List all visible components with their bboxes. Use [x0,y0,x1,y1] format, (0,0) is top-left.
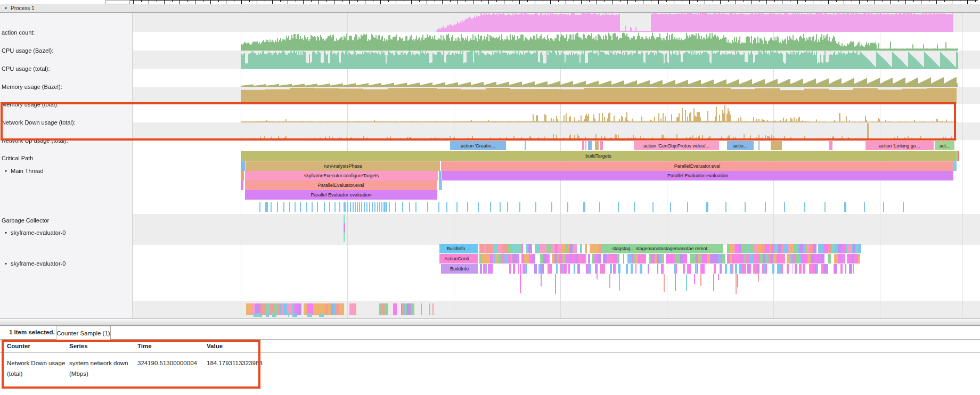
col-header-time[interactable]: Time [137,343,152,349]
sidebar-track-label-3[interactable]: Memory usage (Bazel): [2,84,62,90]
evaluator-slice[interactable] [749,254,753,264]
evaluator-slice[interactable] [725,264,727,274]
evaluator-slice[interactable] [512,244,516,253]
main-thread-slice[interactable] [439,171,442,180]
evaluator-slice[interactable] [525,264,527,274]
evaluator-slice[interactable] [782,254,785,264]
evaluator-slice[interactable] [838,254,842,264]
evaluator-drip[interactable] [686,274,687,291]
gc-tick[interactable] [599,202,600,212]
evaluator-slice[interactable] [588,254,590,264]
cpu-heavy-slice[interactable] [411,303,414,315]
evaluator-slice[interactable] [799,244,803,253]
evaluator-slice[interactable] [858,254,860,264]
gc-tick[interactable] [381,202,382,212]
gc-tick[interactable] [467,202,468,212]
counter-track-network-up-usage[interactable] [133,122,980,140]
evaluator-slice[interactable] [556,264,558,274]
critical-path-slice[interactable] [595,141,599,150]
main-thread-slice[interactable] [439,180,442,190]
evaluator-slice[interactable] [564,264,567,274]
critical-path-slice[interactable] [600,141,603,150]
gc-tick[interactable] [427,202,428,212]
gc-tick[interactable] [438,202,439,212]
evaluator-slice[interactable] [835,264,837,274]
critical-path-slice[interactable] [582,141,584,150]
evaluator-slice[interactable] [765,264,767,274]
critical-path-slice[interactable] [758,141,760,150]
cpu-heavy-slice[interactable] [288,314,289,317]
evaluator-drip[interactable] [609,274,610,288]
panel-splitter[interactable] [0,318,980,326]
gc-tick[interactable] [652,202,654,212]
evaluator-slice[interactable] [828,254,831,264]
counter-track-action-count[interactable] [133,13,980,32]
evaluator-slice[interactable] [568,264,570,274]
evaluator-slice[interactable] [657,264,658,274]
counter-track-cpu-usage-total[interactable] [133,51,980,69]
evaluator-slice[interactable] [508,244,512,253]
main-thread-slice[interactable] [958,151,959,161]
evaluator-drip[interactable] [758,274,759,282]
critical-path-slice[interactable] [829,141,832,150]
main-thread-slice[interactable]: skyframeExecutor.configureTargets [245,171,438,180]
evaluator-slice[interactable] [623,254,624,264]
evaluator-slice[interactable] [613,264,616,274]
tab-counter-sample[interactable]: Counter Sample (1) [56,326,111,340]
critical-path-slice[interactable]: action 'GenObjcProtos video/... [634,141,719,150]
evaluator-slice[interactable] [831,244,835,253]
evaluator-drip[interactable] [700,274,701,286]
evaluator-slice[interactable] [811,254,814,264]
evaluator-slice[interactable] [816,264,818,274]
sidebar-track-label-10[interactable]: ▾skyframe-evaluator-0 [5,229,66,236]
cpu-heavy-slice[interactable] [407,303,411,315]
collapse-arrow-icon[interactable]: ▾ [5,169,7,174]
sidebar-track-label-8[interactable]: ▾Main Thread [5,168,44,174]
evaluator-slice[interactable] [788,264,789,274]
gc-tick[interactable] [386,202,387,212]
evaluator-drip[interactable] [520,274,521,293]
evaluator-slice[interactable] [853,264,854,274]
evaluator-slice[interactable] [688,264,691,274]
evaluator-slice[interactable] [651,254,655,264]
cpu-heavy-slice[interactable] [349,303,355,315]
process-header[interactable]: ▾Process 1 [0,4,980,13]
gc-tick[interactable] [355,202,356,212]
cpu-heavy-slice[interactable] [386,303,388,315]
cpu-heavy-slice[interactable] [261,314,262,317]
evaluator-mini-slice[interactable] [344,233,345,242]
evaluator-slice[interactable] [793,264,793,274]
gc-tick[interactable] [745,202,746,212]
gc-tick[interactable] [277,202,278,212]
gc-tick[interactable] [864,202,865,212]
critical-path-slice[interactable] [771,141,782,150]
evaluator-slice[interactable] [635,264,636,274]
evaluator-slice[interactable] [574,244,577,253]
gc-tick[interactable] [359,202,360,212]
evaluator-slice[interactable] [840,264,843,274]
evaluator-slice[interactable]: ActionConti... [439,254,478,264]
evaluator-slice[interactable] [783,244,788,253]
gc-tick[interactable] [366,202,368,212]
evaluator-drip[interactable] [541,274,542,286]
evaluator-slice[interactable] [559,254,562,264]
gc-tick[interactable] [567,202,568,212]
counter-track-memory-usage-bazel[interactable] [133,69,980,87]
gc-tick[interactable] [372,202,373,212]
evaluator-slice[interactable] [695,264,697,274]
gc-tick[interactable] [353,202,354,212]
evaluator-slice[interactable] [703,254,707,264]
evaluator-slice[interactable] [485,264,487,274]
evaluator-slice[interactable] [803,264,805,274]
counter-track-network-down-usage[interactable] [133,104,980,122]
critical-path-slice[interactable] [585,141,586,150]
evaluator-slice[interactable] [598,254,601,264]
evaluator-slice[interactable] [494,244,498,253]
gc-tick[interactable] [383,202,386,212]
evaluator-slice[interactable] [551,244,555,253]
gc-tick[interactable] [765,202,766,212]
evaluator-drip[interactable] [555,274,556,294]
main-thread-slice[interactable] [953,161,957,171]
gc-tick[interactable] [317,202,318,212]
evaluator-slice[interactable] [848,244,852,253]
